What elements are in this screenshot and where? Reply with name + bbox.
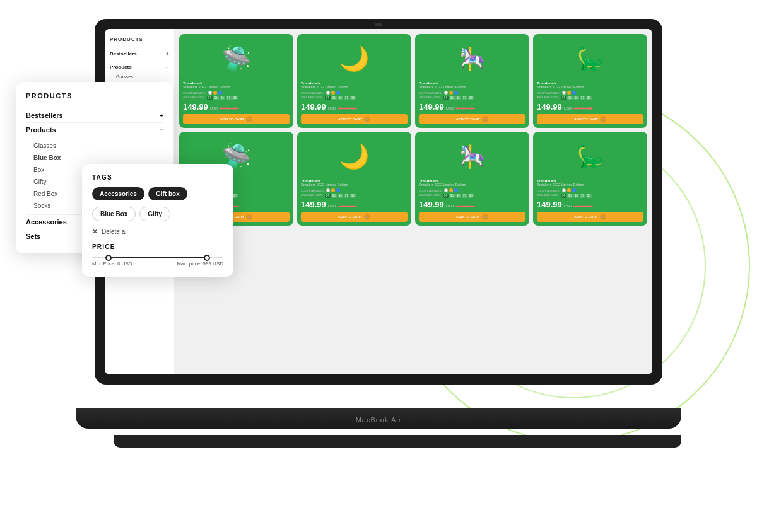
color-white-1[interactable] (208, 91, 212, 95)
size-38-3[interactable]: 38 (468, 96, 474, 100)
color-orange-8[interactable] (567, 188, 571, 192)
price-currency-4: USD (564, 107, 572, 110)
screen-sidebar-products-row[interactable]: Products − (110, 62, 169, 72)
delete-all-label: Delete all (102, 228, 128, 235)
color-orange-6[interactable] (331, 188, 335, 192)
cart-icon-5: 🛒 (246, 214, 252, 220)
size-38-2[interactable]: 38 (350, 96, 356, 100)
add-to-cart-7[interactable]: ADD TO CART 🛒 (419, 212, 525, 222)
product-card-4: 🦕 Trendmark Sneakers 2022 Limited Editio… (533, 34, 647, 128)
add-to-cart-4[interactable]: ADD TO CART 🛒 (537, 114, 643, 124)
size-34-7[interactable]: 34 (443, 194, 449, 198)
tags-filter-panel: TAGS Accessories Gift box Blue Box Gifty… (82, 164, 233, 277)
size-37-7[interactable]: 37 (462, 194, 467, 198)
size-38-1[interactable]: 38 (232, 96, 238, 100)
size-38-7[interactable]: 38 (468, 194, 474, 198)
float-bestsellers-row[interactable]: Bestsellers + (26, 108, 163, 123)
color-variants-1: COLOR VARIANTS: (183, 91, 290, 95)
add-to-cart-1[interactable]: ADD TO CART 🛒 (183, 114, 290, 124)
size-35-8[interactable]: 35 (567, 194, 573, 198)
size-36-1[interactable]: 36 (220, 96, 225, 100)
product-name-3: Sneakers 2022 Limited Edition (419, 85, 525, 89)
size-35-1[interactable]: 35 (213, 96, 219, 100)
color-white-6[interactable] (326, 188, 330, 192)
price-labels: Min. Price: 0 USD Max. price: 999 USD (92, 261, 223, 267)
size-35-2[interactable]: 35 (331, 96, 337, 100)
screen-sidebar-products-label: Products (110, 64, 132, 70)
tag-gift-box[interactable]: Gift box (148, 187, 187, 200)
add-to-cart-6[interactable]: ADD TO CART 🛒 (301, 212, 408, 222)
price-slider-thumb-max[interactable] (204, 255, 210, 261)
price-old-3: 279.99 USD (455, 107, 474, 110)
size-37-4[interactable]: 37 (580, 96, 585, 100)
product-image-6: 🌙 (301, 136, 408, 176)
price-slider-track[interactable] (92, 257, 223, 258)
size-34-1[interactable]: 34 (207, 96, 213, 100)
price-main-7: 149.99 (419, 200, 444, 209)
size-row-8: AVAILABLE SIZES: 34 35 36 37 38 (537, 194, 643, 198)
size-37-3[interactable]: 37 (462, 96, 467, 100)
size-35-7[interactable]: 35 (449, 194, 455, 198)
size-38-8[interactable]: 38 (586, 194, 592, 198)
color-blue-3[interactable] (454, 91, 458, 95)
size-34-3[interactable]: 34 (443, 96, 449, 100)
size-37-2[interactable]: 37 (344, 96, 349, 100)
add-to-cart-8[interactable]: ADD TO CART 🛒 (537, 212, 643, 222)
size-36-4[interactable]: 36 (573, 96, 579, 100)
color-orange-2[interactable] (331, 91, 335, 95)
size-37-8[interactable]: 37 (580, 194, 585, 198)
color-white-7[interactable] (444, 188, 448, 192)
add-to-cart-2[interactable]: ADD TO CART 🛒 (301, 114, 408, 124)
float-sub-bluebox[interactable]: Blue Box (33, 152, 163, 164)
color-blue-6[interactable] (336, 188, 340, 192)
price-currency-6: USD (328, 204, 336, 208)
screen-sidebar-bestsellers: Bestsellers + (110, 49, 169, 59)
size-36-3[interactable]: 36 (455, 96, 461, 100)
size-34-6[interactable]: 34 (325, 194, 331, 198)
size-38-4[interactable]: 36 (586, 96, 592, 100)
float-products-row[interactable]: Products − (26, 123, 163, 137)
color-orange-4[interactable] (567, 91, 571, 95)
size-36-6[interactable]: 36 (338, 194, 343, 198)
size-37-6[interactable]: 37 (344, 194, 349, 198)
size-38-6[interactable]: 38 (350, 194, 356, 198)
product-name-7: Sneakers 2022 Limited Edition (419, 183, 525, 187)
screen-sidebar-bestsellers-row[interactable]: Bestsellers + (110, 49, 169, 59)
product-grid-container: 🛸 Trendmark Sneakers 2022 Limited Editio… (174, 29, 652, 231)
color-white-4[interactable] (562, 91, 566, 95)
tag-gifty[interactable]: Gifty (139, 207, 170, 221)
size-36-8[interactable]: 36 (573, 194, 579, 198)
cart-icon-6: 🛒 (364, 214, 370, 220)
color-variants-3: COLOR VARIANTS: (419, 91, 525, 95)
delete-all-row[interactable]: ✕ Delete all (92, 228, 223, 236)
color-blue-2[interactable] (336, 91, 340, 95)
product-name-1: Sneakers 2022 Limited Edition (183, 85, 290, 89)
color-white-2[interactable] (326, 91, 330, 95)
color-orange-3[interactable] (449, 91, 453, 95)
size-35-3[interactable]: 35 (449, 96, 455, 100)
size-35-6[interactable]: 35 (331, 194, 337, 198)
float-sub-glasses[interactable]: Glasses (33, 140, 163, 152)
sub-item-glasses[interactable]: Glasses (116, 72, 169, 81)
size-36-7[interactable]: 36 (455, 194, 461, 198)
color-blue-4[interactable] (572, 91, 576, 95)
size-35-4[interactable]: 35 (567, 96, 573, 100)
size-37-1[interactable]: 37 (226, 96, 232, 100)
size-34-8[interactable]: 34 (561, 194, 566, 198)
size-36-2[interactable]: 36 (338, 96, 343, 100)
tag-accessories[interactable]: Accessories (92, 187, 144, 200)
price-row-1: 149.99 USD 279.99 USD (183, 102, 290, 112)
color-white-8[interactable] (562, 188, 566, 192)
color-white-3[interactable] (444, 91, 448, 95)
color-orange-1[interactable] (213, 91, 217, 95)
add-to-cart-3[interactable]: ADD TO CART 🛒 (419, 114, 525, 124)
color-blue-7[interactable] (454, 188, 458, 192)
size-34-2[interactable]: 34 (325, 96, 331, 100)
price-slider-thumb-min[interactable] (105, 255, 112, 261)
size-34-4[interactable]: 34 (561, 96, 566, 100)
color-orange-7[interactable] (449, 188, 453, 192)
tag-blue-box[interactable]: Blue Box (92, 207, 136, 221)
color-variants-2: COLOR VARIANTS: (301, 91, 408, 95)
color-blue-1[interactable] (218, 91, 222, 95)
color-blue-8[interactable] (572, 188, 576, 192)
